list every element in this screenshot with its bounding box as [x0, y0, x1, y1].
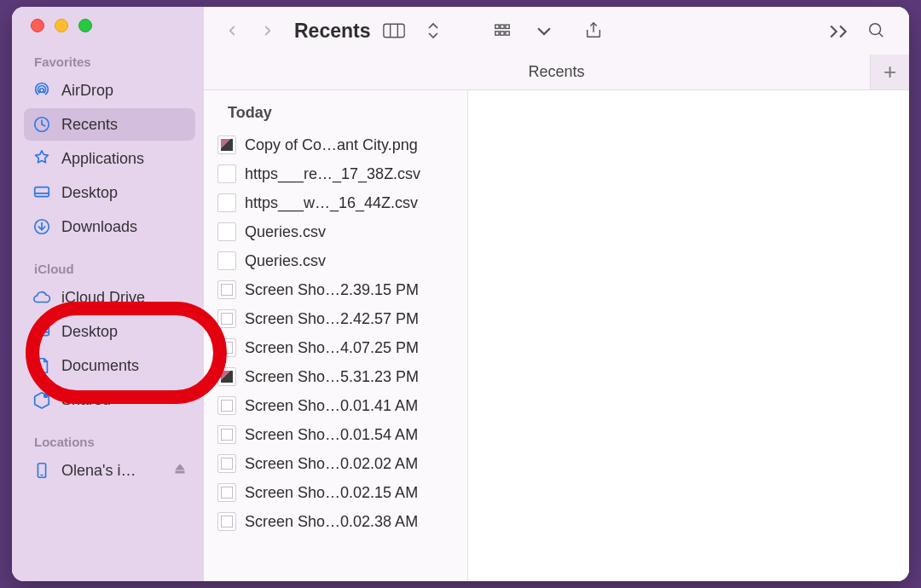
file-screenshot-icon [217, 425, 236, 444]
sidebar-item-downloads[interactable]: Downloads [24, 210, 195, 243]
toolbar: Recents [204, 7, 909, 55]
file-row[interactable]: Screen Sho…5.31.23 PM [204, 362, 467, 391]
document-icon [32, 356, 51, 375]
file-img-icon [217, 367, 236, 386]
file-row[interactable]: Screen Sho…4.07.25 PM [204, 333, 467, 362]
svg-rect-2 [35, 187, 49, 197]
sidebar-item-label: Recents [61, 116, 118, 134]
svg-rect-18 [495, 32, 499, 35]
sidebar-item-label: Downloads [61, 218, 137, 236]
eject-icon[interactable] [173, 462, 187, 480]
sidebar-item-desktop[interactable]: Desktop [24, 176, 195, 209]
window-title: Recents [294, 20, 370, 43]
content-area: Today Copy of Co…ant City.pnghttps___re…… [204, 90, 909, 581]
file-row[interactable]: Queries.csv [204, 246, 467, 275]
file-list-column[interactable]: Today Copy of Co…ant City.pnghttps___re…… [204, 90, 468, 581]
svg-rect-19 [501, 32, 504, 35]
svg-rect-17 [506, 25, 509, 28]
file-row[interactable]: Screen Sho…0.02.15 AM [204, 478, 467, 507]
close-window-button[interactable] [31, 19, 44, 32]
tab-title[interactable]: Recents [528, 63, 584, 81]
sidebar-item-label: Documents [61, 357, 139, 375]
sidebar-item-label: Applications [61, 150, 144, 168]
search-button[interactable] [861, 18, 892, 43]
view-controls [377, 18, 449, 43]
applications-icon [32, 149, 51, 168]
finder-window: FavoritesAirDropRecentsApplicationsDeskt… [12, 7, 909, 581]
file-name-label: Copy of Co…ant City.png [245, 136, 459, 154]
file-doc-icon [217, 193, 236, 212]
file-screenshot-icon [217, 280, 236, 299]
file-name-label: https___w…_16_44Z.csv [245, 194, 459, 212]
file-name-label: Screen Sho…5.31.23 PM [245, 368, 459, 386]
svg-line-23 [879, 33, 883, 37]
file-screenshot-icon [217, 512, 236, 531]
sidebar-item-icloud-drive[interactable]: iCloud Drive [24, 281, 195, 314]
sidebar-item-olena-s-i-[interactable]: Olena's i… [24, 454, 195, 487]
toolbar-overflow-button[interactable] [824, 18, 854, 43]
file-name-label: Screen Sho…0.01.54 AM [245, 426, 459, 444]
file-name-label: Screen Sho…0.02.02 AM [245, 455, 459, 473]
file-doc-icon [217, 251, 236, 270]
file-name-label: Screen Sho…0.02.15 AM [245, 484, 459, 502]
sidebar-item-shared[interactable]: Shared [24, 383, 195, 416]
file-row[interactable]: Queries.csv [204, 217, 467, 246]
sidebar-item-recents[interactable]: Recents [24, 108, 195, 141]
file-row[interactable]: Screen Sho…0.01.41 AM [204, 391, 467, 420]
sidebar-section-header: Favorites [12, 49, 204, 72]
file-name-label: Queries.csv [245, 252, 459, 270]
desktop-icon [32, 183, 51, 202]
file-img-icon [217, 135, 236, 154]
file-screenshot-icon [217, 338, 236, 357]
svg-rect-11 [176, 471, 184, 473]
recents-icon [32, 115, 51, 134]
file-row[interactable]: Screen Sho…0.01.54 AM [204, 420, 467, 449]
minimize-window-button[interactable] [55, 19, 68, 32]
nav-back-button[interactable] [217, 16, 246, 45]
file-row[interactable]: Screen Sho…0.02.38 AM [204, 507, 467, 536]
file-name-label: Screen Sho…2.39.15 PM [245, 281, 459, 299]
sidebar-item-label: Olena's i… [61, 462, 136, 480]
airdrop-icon [32, 81, 51, 100]
file-row[interactable]: Copy of Co…ant City.png [204, 130, 467, 159]
file-row[interactable]: https___w…_16_44Z.csv [204, 188, 467, 217]
file-doc-icon [217, 222, 236, 241]
file-row[interactable]: Screen Sho…2.39.15 PM [204, 275, 467, 304]
group-by-chevron-icon[interactable] [529, 18, 559, 43]
file-row[interactable]: https___re…_17_38Z.csv [204, 159, 467, 188]
sidebar: FavoritesAirDropRecentsApplicationsDeskt… [12, 7, 204, 581]
view-options-stepper[interactable] [418, 18, 449, 43]
file-screenshot-icon [217, 483, 236, 502]
file-screenshot-icon [217, 396, 236, 415]
file-row[interactable]: Screen Sho…2.42.57 PM [204, 304, 467, 333]
zoom-window-button[interactable] [78, 19, 92, 32]
device-icon [32, 461, 51, 480]
file-name-label: Screen Sho…2.42.57 PM [245, 310, 459, 328]
sidebar-item-label: AirDrop [61, 82, 113, 100]
file-name-label: Screen Sho…4.07.25 PM [245, 339, 459, 357]
svg-rect-16 [501, 25, 504, 28]
main-pane: Recents [204, 7, 909, 581]
file-name-label: https___re…_17_38Z.csv [245, 165, 459, 183]
svg-point-22 [870, 24, 881, 35]
sidebar-item-documents[interactable]: Documents [24, 349, 195, 382]
svg-point-0 [40, 89, 44, 93]
group-by-button[interactable] [488, 18, 522, 43]
share-button[interactable] [578, 18, 609, 43]
icloud-icon [32, 288, 51, 307]
sidebar-item-applications[interactable]: Applications [24, 142, 195, 175]
sidebar-item-desktop[interactable]: Desktop [24, 315, 195, 348]
view-as-columns-button[interactable] [377, 18, 411, 43]
sidebar-item-airdrop[interactable]: AirDrop [24, 74, 195, 107]
file-screenshot-icon [217, 454, 236, 473]
file-name-label: Screen Sho…0.02.38 AM [245, 513, 459, 531]
svg-rect-12 [384, 24, 404, 37]
nav-forward-button[interactable] [253, 16, 282, 45]
desktop-icon [32, 322, 51, 341]
sidebar-item-label: iCloud Drive [61, 289, 145, 307]
file-row[interactable]: Screen Sho…0.02.02 AM [204, 449, 467, 478]
new-tab-button[interactable]: + [870, 55, 909, 89]
file-group-header: Today [204, 95, 467, 130]
sidebar-section-header: iCloud [12, 257, 204, 280]
file-name-label: Queries.csv [245, 223, 459, 241]
